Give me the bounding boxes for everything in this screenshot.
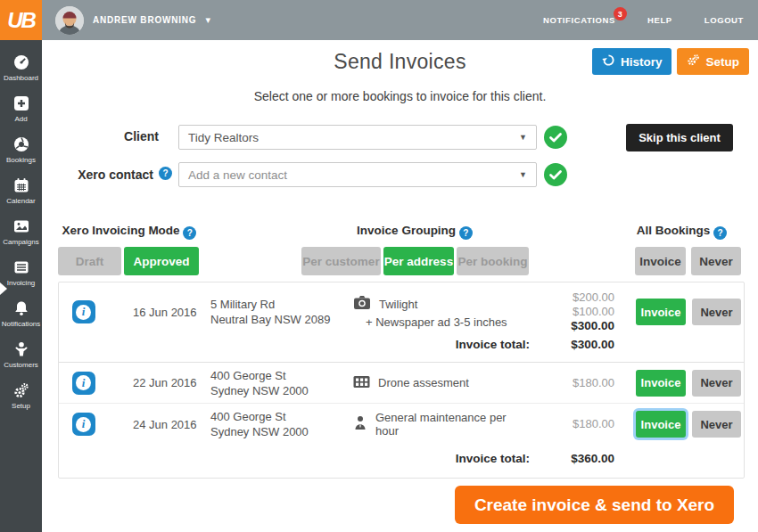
booking-services: Twilight + Newspaper ad 3-5 inches	[349, 295, 530, 329]
xero-valid-check-icon	[544, 163, 567, 186]
help-link[interactable]: HELP	[647, 15, 672, 25]
grouping-per-address-button[interactable]: Per address	[383, 247, 454, 275]
xero-contact-select-value: Add a new contact	[188, 168, 287, 182]
service-addon: + Newspaper ad 3-5 inches	[366, 315, 530, 329]
history-button[interactable]: History	[592, 48, 672, 75]
booking-subtotal: $300.00	[530, 319, 614, 333]
invoicing-mode-header: Xero Invoicing Mode	[58, 224, 201, 240]
sidebar-item-label: Invoicing	[7, 279, 36, 287]
mode-draft-button[interactable]: Draft	[58, 247, 121, 275]
sidebar-item-label: Bookings	[6, 156, 36, 164]
sidebar-item-customers[interactable]: Customers	[0, 334, 42, 375]
row-never-button[interactable]: Never	[692, 299, 741, 325]
all-bookings-header: All Bookings	[622, 224, 742, 240]
info-icon[interactable]	[72, 372, 95, 395]
invoice-grouping-help-icon[interactable]	[459, 226, 473, 240]
grouping-per-customer-button[interactable]: Per customer	[301, 247, 381, 275]
service-price: $200.00	[530, 291, 614, 305]
sidebar-item-label: Dashboard	[4, 74, 38, 82]
sidebar-item-setup[interactable]: Setup	[0, 375, 42, 416]
xero-contact-select[interactable]: Add a new contact	[178, 162, 537, 187]
person-icon	[12, 340, 30, 358]
page-subtitle: Select one or more bookings to invoice f…	[42, 89, 758, 103]
gears-icon	[12, 381, 30, 399]
camera-icon	[353, 295, 371, 313]
info-icon[interactable]	[72, 300, 95, 323]
booking-row: 16 Jun 2016 5 Military Rd Neutral Bay NS…	[59, 282, 744, 334]
all-bookings-never-button[interactable]: Never	[691, 247, 741, 275]
invoice-total-value: $360.00	[530, 452, 614, 465]
notifications-label: NOTIFICATIONS	[543, 15, 615, 25]
all-bookings-invoice-button[interactable]: Invoice	[635, 247, 686, 275]
history-icon	[602, 53, 615, 70]
sidebar-item-label: Calendar	[6, 197, 35, 205]
booking-date: 16 Jun 2016	[108, 306, 206, 319]
sidebar-item-bookings[interactable]: Bookings	[0, 129, 42, 170]
client-select[interactable]: Tidy Realtors	[178, 125, 537, 150]
service-price: $100.00	[530, 305, 614, 319]
xero-contact-help-icon[interactable]	[159, 167, 172, 180]
sidebar-item-add[interactable]: Add	[0, 88, 42, 129]
create-invoice-button[interactable]: Create invoice & send to Xero	[455, 486, 734, 524]
invoice-total-label: Invoice total:	[59, 338, 530, 351]
client-select-value: Tidy Realtors	[188, 131, 259, 144]
setup-button[interactable]: Setup	[677, 48, 749, 75]
row-invoice-button[interactable]: Invoice	[636, 411, 686, 438]
sidebar-item-campaigns[interactable]: Campaigns	[0, 211, 42, 252]
booking-prices: $180.00	[530, 376, 614, 390]
address-line2: Neutral Bay NSW 2089	[210, 312, 349, 327]
booking-address: 400 George St Sydney NSW 2000	[206, 368, 349, 398]
invoicing-mode-help-icon[interactable]	[183, 226, 196, 240]
sidebar-item-label: Campaigns	[3, 238, 38, 246]
main-content: Send Invoices Select one or more booking…	[42, 40, 758, 532]
sidebar-item-label: Setup	[12, 402, 30, 410]
invoice-grouping-header: Invoice Grouping	[301, 224, 529, 240]
sidebar-item-label: Notifications	[2, 320, 41, 328]
address-line1: 5 Military Rd	[210, 297, 349, 312]
app-logo[interactable]: UB	[0, 0, 42, 40]
booking-services: General maintenance per hour	[349, 411, 530, 438]
sidebar-item-label: Add	[14, 115, 27, 123]
booking-prices: $200.00 $100.00 $300.00	[530, 291, 614, 333]
camera-shutter-icon	[12, 135, 30, 153]
booking-date: 24 Jun 2016	[108, 418, 206, 431]
invoice-total-row: Invoice total: $300.00	[59, 334, 744, 363]
info-glyph	[76, 417, 91, 432]
skip-client-button[interactable]: Skip this client	[626, 124, 733, 151]
row-invoice-button[interactable]: Invoice	[636, 299, 686, 325]
gears-icon	[687, 53, 700, 70]
grid-icon	[353, 375, 370, 391]
sidebar-item-label: Customers	[4, 361, 38, 369]
setup-button-label: Setup	[705, 55, 739, 69]
info-icon[interactable]	[72, 413, 95, 436]
address-line1: 400 George St	[210, 409, 349, 424]
notifications-link[interactable]: NOTIFICATIONS 3	[543, 15, 615, 25]
all-bookings-help-icon[interactable]	[713, 226, 727, 240]
grouping-per-booking-button[interactable]: Per booking	[457, 247, 529, 275]
topbar: UB ANDREW BROWNING NOTIFICATIONS 3 HELP …	[0, 0, 758, 40]
address-line1: 400 George St	[210, 368, 349, 383]
booking-address: 400 George St Sydney NSW 2000	[206, 409, 349, 439]
sidebar-item-notifications[interactable]: Notifications	[0, 293, 42, 334]
sidebar-item-calendar[interactable]: Calendar	[0, 170, 42, 211]
service-name: Twilight	[379, 298, 417, 311]
service-name: General maintenance per hour	[375, 411, 530, 438]
info-glyph	[76, 375, 91, 390]
service-price: $180.00	[530, 417, 614, 431]
person-icon	[353, 415, 367, 433]
xero-contact-label: Xero contact	[42, 168, 153, 182]
user-avatar	[55, 6, 84, 35]
plus-icon	[12, 94, 30, 112]
header-actions: History Setup	[592, 48, 749, 75]
mode-approved-button[interactable]: Approved	[124, 247, 199, 275]
sidebar-item-dashboard[interactable]: Dashboard	[0, 47, 42, 88]
row-invoice-button[interactable]: Invoice	[636, 370, 686, 397]
user-menu[interactable]: ANDREW BROWNING	[55, 0, 210, 40]
row-never-button[interactable]: Never	[692, 370, 741, 397]
logout-link[interactable]: LOGOUT	[704, 15, 744, 25]
row-never-button[interactable]: Never	[692, 411, 741, 438]
history-button-label: History	[621, 55, 663, 69]
booking-row: 22 Jun 2016 400 George St Sydney NSW 200…	[59, 363, 744, 404]
booking-date: 22 Jun 2016	[108, 376, 206, 389]
address-line2: Sydney NSW 2000	[210, 383, 349, 398]
